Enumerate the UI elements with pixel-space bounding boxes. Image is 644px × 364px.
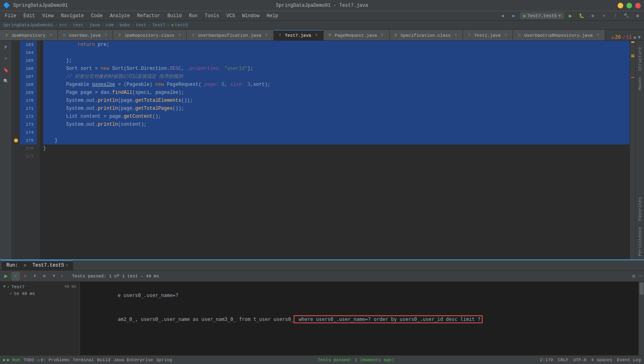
menu-edit[interactable]: Edit <box>20 12 38 20</box>
structure-tab[interactable]: Structure <box>636 44 644 74</box>
maven-tab[interactable]: Maven <box>636 74 644 93</box>
breadcrumb-com[interactable]: com <box>105 23 113 28</box>
menu-analyze[interactable]: Analyze <box>107 12 133 20</box>
tab-test1[interactable]: T Test1.java × <box>463 30 513 40</box>
build-button[interactable]: Build <box>97 358 110 362</box>
sort-button[interactable]: ⬇ <box>30 272 39 281</box>
unfold-all-button[interactable]: ▼ <box>638 35 641 40</box>
minimize-button[interactable] <box>618 3 623 8</box>
breadcrumb-test5[interactable]: ⊕ test5 <box>171 23 188 28</box>
terminal-button[interactable]: Terminal <box>73 358 94 362</box>
right-scrollbar[interactable] <box>630 41 635 259</box>
project-sidebar-icon[interactable]: P <box>1 42 11 53</box>
fold-all-button[interactable]: ▲ <box>634 35 636 40</box>
debug-button[interactable]: 🐛 <box>577 11 586 21</box>
tab-close-jparepository-class[interactable]: × <box>177 33 182 38</box>
menu-refactor[interactable]: Refactor <box>134 12 163 20</box>
tab-specification-class[interactable]: S Specification.class × <box>390 30 463 40</box>
test-tree-child[interactable]: ✓ te 49 ms <box>2 290 78 297</box>
menu-help[interactable]: Help <box>263 12 281 20</box>
console-output[interactable]: e users0_.user_name=? am2_0_, users0_.us… <box>80 282 638 355</box>
build-button[interactable]: 🔨 <box>622 11 631 21</box>
breadcrumb-src[interactable]: src <box>59 23 67 28</box>
breadcrumb-test[interactable]: test <box>73 23 83 28</box>
run-tab-label: Run: <box>6 263 18 268</box>
bottom-close-icon[interactable]: — <box>638 272 642 280</box>
run-status-button[interactable]: ▶ ▶ Run <box>3 357 20 362</box>
tab-userdaospecfication[interactable]: U UserDaoSpecfication.java × <box>187 30 273 40</box>
run-config-dropdown-icon[interactable]: ▼ <box>558 14 561 18</box>
tab-pagerequest[interactable]: P PageRequest.java × <box>324 30 390 40</box>
persistence-tab[interactable]: Persistence <box>636 224 644 259</box>
editor-header-right: ⚠ 26 ✓ 11 ▲ ▼ <box>608 34 644 40</box>
breadcrumb-java[interactable]: java <box>89 23 99 28</box>
spring-button[interactable]: Spring <box>156 358 172 362</box>
error-count-badge[interactable]: ✓ 11 <box>622 34 632 40</box>
forward-button[interactable]: ▶ <box>509 11 519 21</box>
rerun-button[interactable]: ▶ <box>2 272 10 281</box>
problems-button[interactable]: ⚠ 6: Problems <box>37 357 70 362</box>
menu-view[interactable]: View <box>39 12 57 20</box>
tab-jparepository[interactable]: J JpaRepository × <box>0 30 58 40</box>
tab-close-userdaospecfication[interactable]: × <box>264 33 269 38</box>
tab-test7[interactable]: T Test7.java × <box>274 30 324 40</box>
pass-filter-button[interactable]: ✓ <box>11 272 20 281</box>
tab-close-userdao[interactable]: × <box>103 33 109 38</box>
next-fail-button[interactable]: » <box>40 272 49 281</box>
profiler-button[interactable]: ⚡ <box>599 11 609 21</box>
editor-area[interactable]: 163 164 165 166 167 168 169 170 171 172 … <box>12 41 635 259</box>
run-config-selector[interactable]: ▶ Test7.test5 ▼ <box>520 12 564 19</box>
expand-button[interactable]: + <box>50 272 58 281</box>
bookmarks-sidebar-icon[interactable]: 🔖 <box>1 65 11 75</box>
event-log[interactable]: Event Log <box>617 358 641 362</box>
test-tree-root[interactable]: ▼ ✓ Test7 49 ms <box>2 283 78 290</box>
todo-button[interactable]: TODO <box>24 358 34 362</box>
status-right: 2:179 CRLF UTF-8 4 spaces Event Log <box>540 358 641 362</box>
bottom-settings-icon[interactable]: ⚙ <box>631 272 636 280</box>
menu-build[interactable]: Build <box>164 12 185 20</box>
run-tab[interactable]: Run: ⊕ Test7.test5 × <box>2 261 73 270</box>
line-ending[interactable]: CRLF <box>558 358 568 362</box>
encoding[interactable]: UTF-8 <box>573 358 586 362</box>
tab-close-test7[interactable]: × <box>314 33 319 38</box>
tab-userdaocrud[interactable]: U UserDaoCrudRepository.java × <box>513 30 605 40</box>
tab-close-specification-class[interactable]: × <box>453 33 459 38</box>
console-scrollbar[interactable] <box>638 282 644 355</box>
more-run-button[interactable]: ⋮ <box>610 11 620 21</box>
breadcrumb-bobo[interactable]: bobo <box>119 23 130 28</box>
menu-code[interactable]: Code <box>88 12 106 20</box>
favorites-tab[interactable]: Favorites <box>636 194 644 224</box>
structure-sidebar-icon[interactable]: ≡ <box>1 53 11 64</box>
menu-navigate[interactable]: Navigate <box>58 12 87 20</box>
menu-file[interactable]: File <box>2 12 20 20</box>
tab-close-jparepository[interactable]: × <box>48 33 54 38</box>
menu-run[interactable]: Run <box>186 12 201 20</box>
settings-button[interactable]: ⚙ <box>633 11 642 21</box>
breadcrumb-test7[interactable]: Test7 <box>152 23 165 28</box>
breakpoint-175[interactable] <box>14 138 18 142</box>
maximize-button[interactable] <box>626 3 632 8</box>
console-highlighted-box: where users0_.user_name=? order by users… <box>294 315 482 323</box>
tab-close-test1[interactable]: × <box>503 33 509 38</box>
breadcrumb-project[interactable]: SpringDataJpaDemo01 <box>3 23 53 28</box>
app-icon: 🔷 <box>3 2 10 9</box>
breadcrumb-test2[interactable]: test <box>136 23 146 28</box>
tab-userdao[interactable]: U UserDao.java × <box>58 30 113 40</box>
tab-close-userdaocrud[interactable]: × <box>595 33 601 38</box>
menu-window[interactable]: Window <box>239 12 262 20</box>
find-sidebar-icon[interactable]: 🔍 <box>1 76 11 86</box>
menu-vcs[interactable]: VCS <box>223 12 239 20</box>
fail-filter-button[interactable]: ✗ <box>21 272 30 281</box>
run-button[interactable]: ▶ <box>566 11 575 21</box>
warning-count-badge[interactable]: ⚠ 26 <box>611 34 621 40</box>
menu-tools[interactable]: Tools <box>202 12 223 20</box>
close-button[interactable] <box>635 3 641 8</box>
java-enterprise-button[interactable]: Java Enterprise <box>113 358 153 362</box>
cursor-position[interactable]: 2:179 <box>540 358 553 362</box>
coverage-button[interactable]: ⊙ <box>588 11 598 21</box>
run-tab-close[interactable]: × <box>66 263 68 268</box>
indent[interactable]: 4 spaces <box>591 358 612 362</box>
tab-jparepository-class[interactable]: J JpaRepository.class × <box>113 30 187 40</box>
back-button[interactable]: ◀ <box>498 11 507 21</box>
tab-close-pagerequest[interactable]: × <box>380 33 385 38</box>
